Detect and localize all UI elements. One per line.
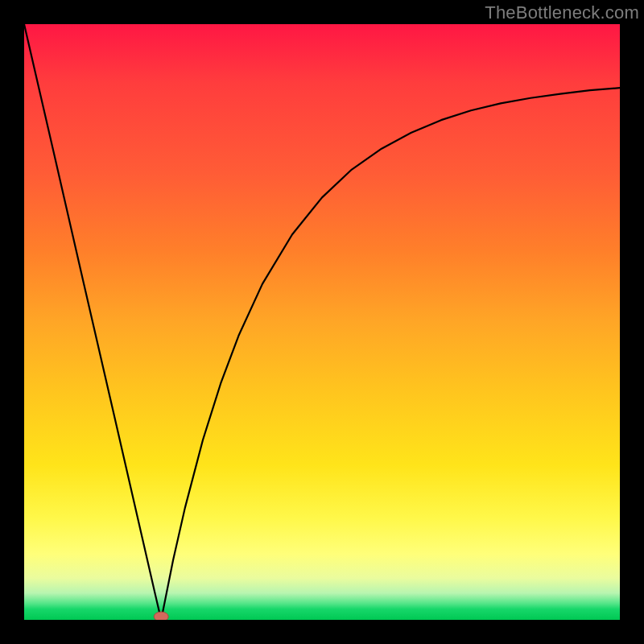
curve-left-branch <box>24 24 161 620</box>
curve-right-branch <box>161 88 620 620</box>
chart-svg <box>24 24 620 620</box>
chart-frame: TheBottleneck.com <box>0 0 644 644</box>
minimum-marker <box>154 612 168 620</box>
watermark-text: TheBottleneck.com <box>485 2 639 23</box>
plot-area <box>24 24 620 620</box>
